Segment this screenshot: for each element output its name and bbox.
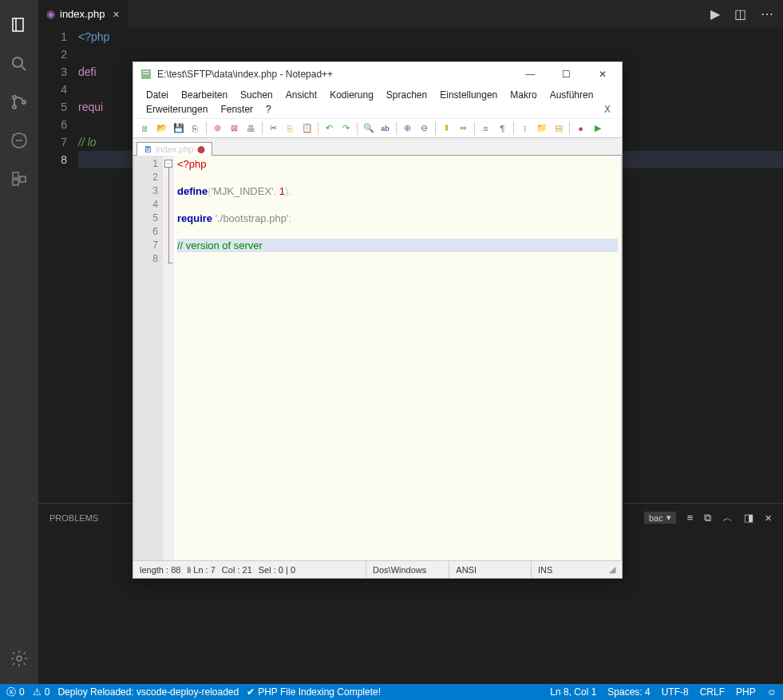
sync-h-icon[interactable]: ⬌ [457, 121, 470, 135]
editor-line[interactable]: 2 [38, 45, 783, 63]
npp-menu-sprachen[interactable]: Sprachen [380, 88, 433, 102]
vscode-status-bar: ⓧ0 ⚠0 Deploy Reloaded: vscode-deploy-rel… [0, 684, 783, 700]
status-indexing[interactable]: ✔PHP File Indexing Complete! [247, 686, 381, 698]
tab-close-icon[interactable]: × [113, 8, 119, 21]
npp-code-line[interactable] [177, 252, 618, 266]
wordwrap-icon[interactable]: ≡ [479, 121, 492, 135]
indent-guide-icon[interactable]: ⫶ [518, 121, 532, 135]
npp-menu-ansicht[interactable]: Ansicht [279, 88, 323, 102]
npp-status-col: Col : 21 [222, 565, 252, 575]
npp-menu-erweiterungen[interactable]: Erweiterungen [140, 102, 214, 117]
split-editor-icon[interactable]: ◫ [734, 6, 746, 22]
close-file-icon[interactable]: ⊗ [211, 121, 224, 135]
line-content[interactable] [78, 45, 783, 63]
undo-icon[interactable]: ↶ [322, 121, 336, 135]
maximize-button[interactable]: ☐ [548, 63, 584, 85]
copy-icon[interactable]: ⎘ [283, 121, 297, 135]
editor-tab-indexphp[interactable]: ◉ index.php × [38, 0, 128, 28]
panel-tab-problems[interactable]: PROBLEMS [49, 513, 98, 523]
zoom-in-icon[interactable]: ⊕ [401, 121, 414, 135]
npp-code-line[interactable] [177, 225, 618, 239]
npp-tab-indexphp[interactable]: 🖹 index.php ⬤ [136, 142, 212, 156]
minimize-button[interactable]: — [512, 63, 548, 85]
allchars-icon[interactable]: ¶ [496, 121, 509, 135]
panel-close-icon[interactable]: × [765, 511, 772, 524]
folder-icon[interactable]: 📁 [535, 121, 548, 135]
npp-code-area[interactable]: <?phpdefine('MJK_INDEX', 1);require './b… [174, 156, 621, 560]
close-button[interactable]: ✕ [584, 63, 620, 85]
npp-code-line[interactable]: <?php [177, 157, 618, 171]
run-icon[interactable]: ▶ [710, 6, 720, 22]
doc-map-icon[interactable]: ▤ [552, 121, 565, 135]
status-deploy[interactable]: Deploy Reloaded: vscode-deploy-reloaded [57, 686, 239, 698]
cut-icon[interactable]: ✂ [267, 121, 280, 135]
fold-collapse-icon[interactable]: − [164, 160, 172, 168]
error-icon: ⓧ [6, 686, 16, 699]
npp-menu-einstellungen[interactable]: Einstellungen [433, 88, 504, 102]
search-icon[interactable] [0, 45, 38, 83]
npp-menu-close-icon[interactable]: X [598, 102, 615, 117]
scm-icon[interactable] [0, 83, 38, 121]
paste-icon[interactable]: 📋 [300, 121, 314, 135]
npp-code-line[interactable]: // version of server [177, 239, 618, 252]
redo-icon[interactable]: ↷ [339, 121, 353, 135]
npp-code-line[interactable] [177, 171, 618, 184]
status-eol[interactable]: CRLF [700, 686, 725, 698]
line-content[interactable]: <?php [78, 28, 783, 45]
editor-line[interactable]: 1<?php [38, 28, 783, 45]
open-file-icon[interactable]: 📂 [155, 121, 168, 135]
replace-icon[interactable]: ab [378, 121, 392, 135]
sync-v-icon[interactable]: ⬍ [440, 121, 453, 135]
play-macro-icon[interactable]: ▶ [591, 121, 604, 135]
print-icon[interactable]: 🖶 [244, 121, 258, 135]
npp-code-line[interactable]: define('MJK_INDEX', 1); [177, 184, 618, 198]
panel-icon-1[interactable]: ≡ [687, 512, 694, 524]
find-icon[interactable]: 🔍 [362, 121, 375, 135]
close-all-icon[interactable]: ⊠ [227, 121, 241, 135]
npp-menu-bearbeiten[interactable]: Bearbeiten [175, 88, 234, 102]
line-number: 7 [38, 133, 78, 151]
panel-maximize-icon[interactable]: ◨ [744, 512, 753, 524]
npp-line-number: 7 [134, 239, 158, 252]
npp-menu-suchen[interactable]: Suchen [234, 88, 279, 102]
status-lang[interactable]: PHP [736, 686, 756, 698]
svg-point-2 [13, 96, 16, 99]
panel-icon-2[interactable]: ⧉ [704, 512, 711, 524]
npp-fold-margin[interactable]: − [163, 156, 174, 560]
npp-menu-fenster[interactable]: Fenster [214, 102, 259, 117]
save-icon[interactable]: 💾 [172, 121, 185, 135]
npp-editor[interactable]: 12345678 − <?phpdefine('MJK_INDEX', 1);r… [133, 156, 622, 560]
new-file-icon[interactable]: 🗎 [138, 121, 152, 135]
npp-app-icon [140, 68, 152, 81]
settings-gear-icon[interactable] [0, 639, 38, 678]
npp-line-number: 5 [134, 212, 158, 225]
debug-icon[interactable] [0, 121, 38, 160]
status-feedback-icon[interactable]: ☺ [767, 686, 777, 698]
npp-titlebar[interactable]: E:\test\SFTP\data\index.php - Notepad++ … [133, 62, 622, 86]
npp-menu-makro[interactable]: Makro [504, 88, 543, 102]
status-encoding[interactable]: UTF-8 [662, 686, 689, 698]
extensions-icon[interactable] [0, 160, 38, 198]
npp-code-line[interactable]: require './bootstrap.php'; [177, 212, 618, 225]
record-macro-icon[interactable]: ● [574, 121, 587, 135]
explorer-icon[interactable] [0, 6, 38, 45]
zoom-out-icon[interactable]: ⊖ [417, 121, 431, 135]
npp-menu-datei[interactable]: Datei [140, 88, 175, 102]
npp-menu-kodierung[interactable]: Kodierung [323, 88, 380, 102]
panel-dropdown[interactable]: bac▾ [644, 512, 676, 524]
status-warnings[interactable]: ⚠0 [33, 686, 50, 698]
npp-code-line[interactable] [177, 198, 618, 212]
npp-line-number: 3 [134, 184, 158, 198]
panel-up-icon[interactable]: ︿ [722, 511, 733, 525]
npp-line-gutter: 12345678 [134, 156, 163, 560]
npp-tab-close-icon[interactable]: ⬤ [197, 145, 205, 153]
status-cursor[interactable]: Ln 8, Col 1 [550, 686, 596, 698]
save-all-icon[interactable]: ⎘ [188, 121, 202, 135]
status-errors[interactable]: ⓧ0 [6, 686, 25, 699]
status-spaces[interactable]: Spaces: 4 [607, 686, 650, 698]
npp-menu-?[interactable]: ? [259, 102, 278, 117]
npp-menu-ausführen[interactable]: Ausführen [544, 88, 600, 102]
resize-grip-icon[interactable]: ◢ [609, 564, 615, 575]
more-actions-icon[interactable]: ⋯ [761, 6, 773, 22]
line-number: 8 [38, 151, 78, 168]
